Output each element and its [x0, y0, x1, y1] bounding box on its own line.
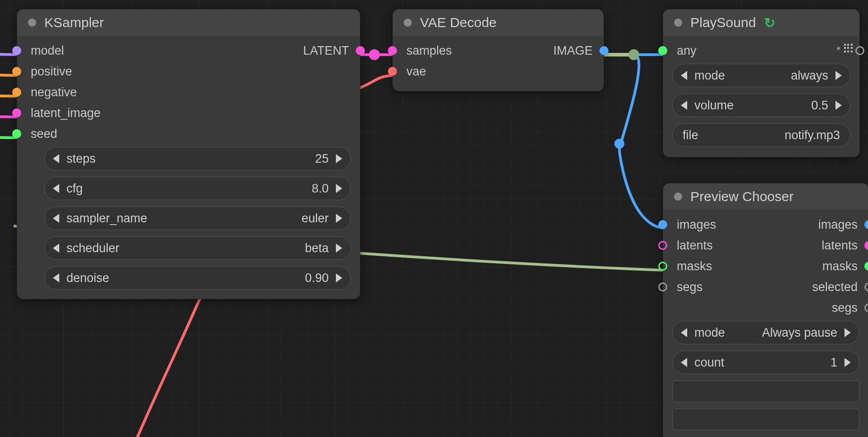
chevron-right-icon[interactable] — [336, 154, 342, 163]
node-header[interactable]: Preview Chooser — [663, 183, 868, 210]
port-masks-in[interactable] — [658, 262, 667, 271]
port-any[interactable] — [658, 46, 667, 55]
port-row-segs-out: segs — [663, 297, 868, 318]
node-title: Preview Chooser — [690, 189, 793, 204]
port-images-out[interactable] — [864, 220, 868, 229]
chevron-left-icon[interactable] — [681, 328, 687, 337]
widget-value: Always pause — [762, 326, 837, 340]
port-selected-out[interactable] — [864, 282, 868, 291]
port-label: samples — [406, 44, 452, 58]
widget-value: 25 — [315, 152, 329, 166]
port-segs-in[interactable] — [658, 282, 667, 291]
reroute-latent[interactable] — [369, 49, 380, 60]
widget-value: always — [791, 69, 828, 83]
port-row-segs-selected: segs selected — [663, 277, 868, 297]
node-header[interactable]: PlaySound ↻ — [663, 9, 859, 36]
chevron-right-icon[interactable] — [844, 328, 851, 337]
chevron-left-icon[interactable] — [53, 184, 59, 193]
widget-label: sampler_name — [66, 211, 147, 226]
chevron-left-icon[interactable] — [53, 244, 59, 253]
chevron-left-icon[interactable] — [53, 154, 59, 163]
port-label: seed — [31, 127, 57, 141]
port-negative[interactable] — [12, 88, 21, 97]
port-images-in[interactable] — [658, 220, 667, 229]
collapse-dot-icon[interactable] — [28, 19, 36, 27]
chevron-left-icon[interactable] — [681, 358, 687, 367]
port-model[interactable] — [12, 46, 21, 55]
port-image-out[interactable] — [599, 46, 609, 55]
chevron-right-icon[interactable] — [336, 184, 342, 193]
port-label: selected — [812, 280, 858, 294]
port-seed[interactable] — [12, 129, 21, 138]
node-title: PlaySound — [690, 15, 756, 30]
widget-steps[interactable]: steps 25 — [44, 147, 351, 170]
widget-sampler-name[interactable]: sampler_name euler — [44, 207, 351, 230]
widget-cfg[interactable]: cfg 8.0 — [44, 177, 351, 200]
port-label: images — [677, 218, 716, 232]
widget-mode[interactable]: mode Always pause — [672, 321, 859, 344]
widget-value: beta — [305, 241, 329, 255]
port-row-seed: seed — [17, 123, 360, 144]
chevron-right-icon[interactable] — [835, 71, 842, 80]
widget-label: count — [694, 356, 724, 370]
node-vae-decode[interactable]: VAE Decode samples IMAGE vae — [392, 9, 604, 91]
collapse-dot-icon[interactable] — [674, 19, 682, 27]
port-latent-image[interactable] — [12, 108, 21, 117]
widget-value: euler — [302, 211, 329, 226]
recycle-icon: ↻ — [764, 15, 775, 31]
chevron-right-icon[interactable] — [835, 101, 842, 110]
node-header[interactable]: KSampler — [17, 9, 360, 36]
node-header[interactable]: VAE Decode — [393, 9, 604, 36]
port-label: latents — [821, 239, 858, 253]
port-label: latents — [677, 239, 713, 253]
port-out-star[interactable] — [855, 46, 864, 55]
port-row-model-latent: model LATENT — [17, 40, 360, 61]
port-row-positive: positive — [17, 61, 360, 82]
text-field-2[interactable] — [672, 409, 859, 430]
port-latents-out[interactable] — [864, 241, 868, 250]
port-masks-out[interactable] — [864, 262, 868, 271]
port-row-vae: vae — [393, 61, 604, 82]
chevron-right-icon[interactable] — [336, 244, 342, 253]
port-row-negative: negative — [17, 82, 360, 103]
chevron-left-icon[interactable] — [681, 71, 687, 80]
port-label: latent_image — [31, 106, 101, 120]
port-latents-in[interactable] — [658, 241, 667, 250]
port-row-masks: masks masks — [663, 256, 868, 277]
chevron-left-icon[interactable] — [53, 273, 59, 282]
widget-label: mode — [694, 326, 725, 340]
collapse-dot-icon[interactable] — [674, 193, 682, 201]
port-label: masks — [822, 259, 858, 273]
chevron-right-icon[interactable] — [336, 273, 342, 282]
text-field-1[interactable] — [672, 381, 859, 402]
port-latent-out[interactable] — [356, 46, 365, 55]
node-preview-chooser[interactable]: Preview Chooser images images latents la… — [663, 183, 868, 437]
port-row-latent-image: latent_image — [17, 103, 360, 123]
port-row-latents: latents latents — [663, 235, 868, 256]
widget-file[interactable]: file notify.mp3 — [672, 123, 850, 147]
widget-mode[interactable]: mode always — [672, 64, 850, 87]
node-playsound[interactable]: PlaySound ↻ * any mode always volume 0.5 — [663, 9, 860, 157]
widget-label: denoise — [66, 271, 109, 285]
port-label: negative — [31, 85, 77, 99]
port-label: images — [818, 218, 858, 232]
chevron-right-icon[interactable] — [844, 358, 851, 367]
collapse-dot-icon[interactable] — [404, 19, 412, 27]
widget-scheduler[interactable]: scheduler beta — [44, 236, 351, 260]
widget-volume[interactable]: volume 0.5 — [672, 94, 850, 117]
node-ksampler[interactable]: KSampler model LATENT positive negative … — [17, 9, 360, 299]
port-label: segs — [677, 280, 703, 294]
widget-count[interactable]: count 1 — [672, 351, 859, 374]
chevron-left-icon[interactable] — [681, 101, 687, 110]
chevron-left-icon[interactable] — [53, 214, 59, 223]
chevron-right-icon[interactable] — [336, 214, 342, 223]
widget-label: volume — [694, 99, 734, 113]
port-row-images: images images — [663, 214, 868, 235]
port-positive[interactable] — [12, 67, 21, 76]
port-samples[interactable] — [388, 46, 397, 55]
widget-denoise[interactable]: denoise 0.90 — [44, 266, 351, 290]
port-segs-out[interactable] — [864, 303, 868, 312]
port-vae[interactable] — [388, 67, 397, 76]
reroute-image[interactable] — [628, 49, 639, 60]
widget-label: scheduler — [66, 241, 119, 255]
